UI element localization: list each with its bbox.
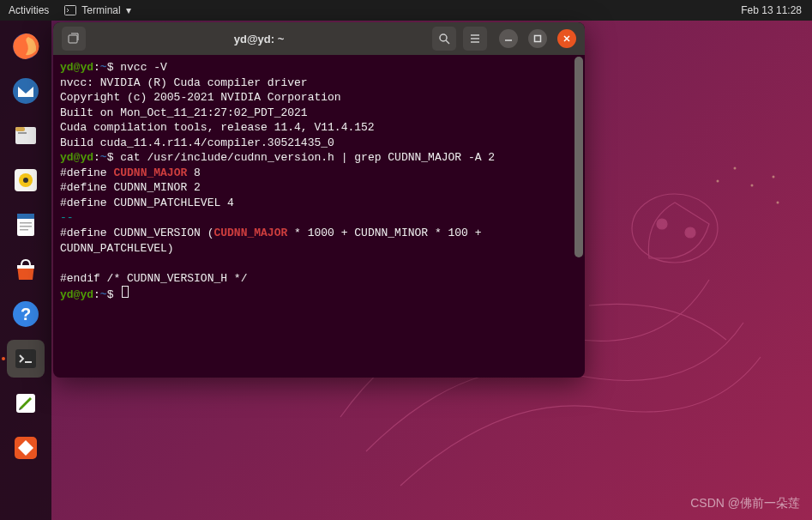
svg-rect-21	[20, 229, 28, 231]
chevron-down-icon: ▾	[126, 4, 131, 16]
svg-point-3	[734, 167, 737, 170]
command-2: cat /usr/include/cudnn_version.h | grep …	[120, 151, 495, 164]
document-icon	[11, 210, 40, 239]
minimize-button[interactable]	[499, 29, 518, 48]
svg-point-6	[777, 202, 779, 204]
dock-files[interactable]	[7, 117, 45, 154]
svg-rect-18	[17, 214, 34, 219]
dock-writer[interactable]	[7, 206, 45, 244]
svg-point-1	[657, 219, 667, 229]
svg-rect-12	[15, 127, 25, 131]
search-icon	[438, 33, 450, 45]
top-panel: Activities Terminal ▾ Feb 13 11:28	[0, 0, 812, 21]
output-line: Build cuda_11.4.r11.4/compiler.30521435_…	[60, 136, 334, 149]
search-button[interactable]	[432, 27, 456, 51]
svg-rect-20	[20, 226, 32, 227]
svg-rect-26	[25, 361, 32, 363]
files-icon	[11, 121, 40, 150]
terminal-app-icon	[11, 344, 40, 373]
svg-rect-25	[15, 349, 36, 368]
output-line: Built on Mon_Oct_11_21:27:02_PDT_2021	[60, 106, 308, 119]
grep-match: CUDNN_MAJOR	[214, 227, 287, 239]
command-1: nvcc -V	[120, 61, 167, 74]
dock-thunderbird[interactable]	[7, 72, 45, 110]
maximize-button[interactable]	[528, 29, 547, 48]
output-line: Copyright (c) 2005-2021 NVIDIA Corporati…	[60, 91, 341, 104]
terminal-window: yd@yd: ~ yd@yd:~$ nvcc -V nvcc: NVIDIA (…	[53, 22, 585, 378]
dock-help[interactable]: ?	[7, 295, 45, 333]
svg-rect-29	[69, 35, 77, 43]
scrollbar[interactable]	[574, 57, 583, 376]
svg-point-5	[773, 176, 775, 178]
app-menu-label: Terminal	[81, 4, 120, 16]
maximize-icon	[533, 34, 542, 43]
output-line: #define CUDNN_PATCHLEVEL 4	[60, 197, 234, 209]
window-title: yd@yd: ~	[86, 33, 432, 45]
svg-point-10	[13, 78, 39, 104]
grep-separator: --	[60, 211, 74, 224]
help-icon: ?	[11, 299, 40, 329]
pencil-icon	[11, 389, 40, 418]
shopping-bag-icon	[11, 255, 40, 284]
app-icon	[11, 433, 40, 463]
activities-button[interactable]: Activities	[9, 4, 49, 16]
dock-firefox[interactable]	[7, 27, 45, 65]
svg-rect-22	[17, 265, 34, 269]
svg-rect-13	[18, 132, 27, 134]
minimize-icon	[504, 34, 513, 43]
svg-point-7	[717, 180, 719, 183]
hamburger-icon	[469, 33, 481, 45]
dock-terminal[interactable]	[7, 340, 45, 378]
svg-rect-8	[65, 6, 76, 15]
hamburger-menu[interactable]	[463, 27, 487, 51]
firefox-icon	[11, 32, 40, 61]
clock[interactable]: Feb 13 11:28	[741, 4, 802, 16]
new-tab-button[interactable]	[62, 27, 86, 51]
dock-software[interactable]	[7, 251, 45, 288]
terminal-output[interactable]: yd@yd:~$ nvcc -V nvcc: NVIDIA (R) Cuda c…	[53, 55, 585, 308]
svg-rect-31	[535, 36, 541, 42]
grep-match: CUDNN_MAJOR	[113, 166, 187, 179]
watermark: CSDN @佛前一朵莲	[690, 496, 800, 511]
output-line: #define CUDNN_MINOR 2	[60, 181, 201, 194]
terminal-icon	[64, 5, 76, 15]
svg-point-16	[23, 178, 28, 183]
close-icon	[562, 34, 571, 43]
scrollbar-thumb[interactable]	[574, 57, 583, 257]
output-line: Cuda compilation tools, release 11.4, V1…	[60, 121, 375, 134]
dock-text-editor[interactable]	[7, 384, 45, 422]
output-line: #endif /* CUDNN_VERSION_H */	[60, 272, 247, 285]
cursor	[122, 286, 129, 298]
output-line: nvcc: NVIDIA (R) Cuda compiler driver	[60, 76, 308, 89]
prompt-user: yd	[60, 61, 74, 74]
svg-rect-19	[20, 222, 32, 224]
title-bar[interactable]: yd@yd: ~	[53, 22, 585, 55]
svg-point-30	[440, 34, 447, 41]
svg-text:?: ?	[21, 305, 31, 323]
svg-point-4	[751, 184, 754, 187]
dock: ?	[0, 21, 51, 520]
svg-point-2	[685, 227, 695, 238]
close-button[interactable]	[557, 29, 576, 48]
tab-plus-icon	[68, 33, 80, 45]
dock-app-other[interactable]	[7, 429, 45, 467]
music-icon	[11, 166, 40, 195]
svg-point-0	[632, 194, 718, 263]
dock-rhythmbox[interactable]	[7, 161, 45, 199]
thunderbird-icon	[11, 76, 40, 106]
app-menu[interactable]: Terminal ▾	[64, 4, 130, 16]
